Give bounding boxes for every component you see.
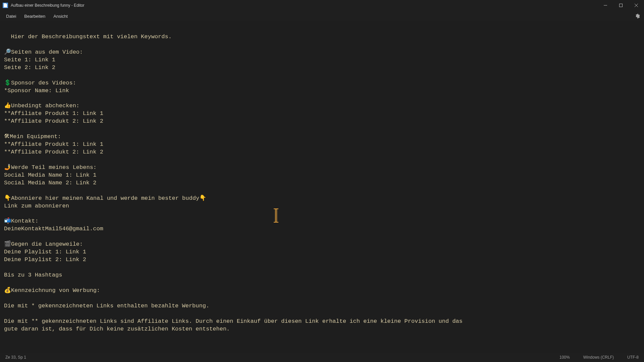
settings-button[interactable] — [631, 11, 644, 21]
title-bar: Aufbau einer Beschreibung funny - Editor — [0, 0, 644, 11]
gear-icon — [635, 13, 640, 19]
status-encoding: UTF-8 — [627, 355, 639, 360]
notepad-app-icon — [3, 3, 8, 8]
status-bar: Ze 33, Sp 1 100% Windows (CRLF) UTF-8 — [0, 353, 644, 362]
window-controls — [598, 0, 644, 11]
text-editor-area[interactable]: Hier der Beschreibungstext mit vielen Ke… — [0, 21, 644, 353]
svg-rect-1 — [620, 4, 623, 7]
status-line-ending: Windows (CRLF) — [583, 355, 614, 360]
status-cursor-position: Ze 33, Sp 1 — [5, 355, 26, 360]
maximize-button[interactable] — [613, 0, 629, 11]
menu-edit[interactable]: Bearbeiten — [21, 12, 49, 20]
text-cursor-icon — [275, 209, 277, 222]
menu-file[interactable]: Datei — [3, 12, 19, 20]
status-zoom[interactable]: 100% — [559, 355, 570, 360]
minimize-button[interactable] — [598, 0, 613, 11]
title-bar-left: Aufbau einer Beschreibung funny - Editor — [3, 3, 84, 8]
menu-bar: Datei Bearbeiten Ansicht — [0, 11, 644, 22]
editor-content: Hier der Beschreibungstext mit vielen Ke… — [4, 34, 463, 332]
menu-view[interactable]: Ansicht — [50, 12, 71, 20]
window-title: Aufbau einer Beschreibung funny - Editor — [11, 3, 84, 8]
close-button[interactable] — [629, 0, 644, 11]
